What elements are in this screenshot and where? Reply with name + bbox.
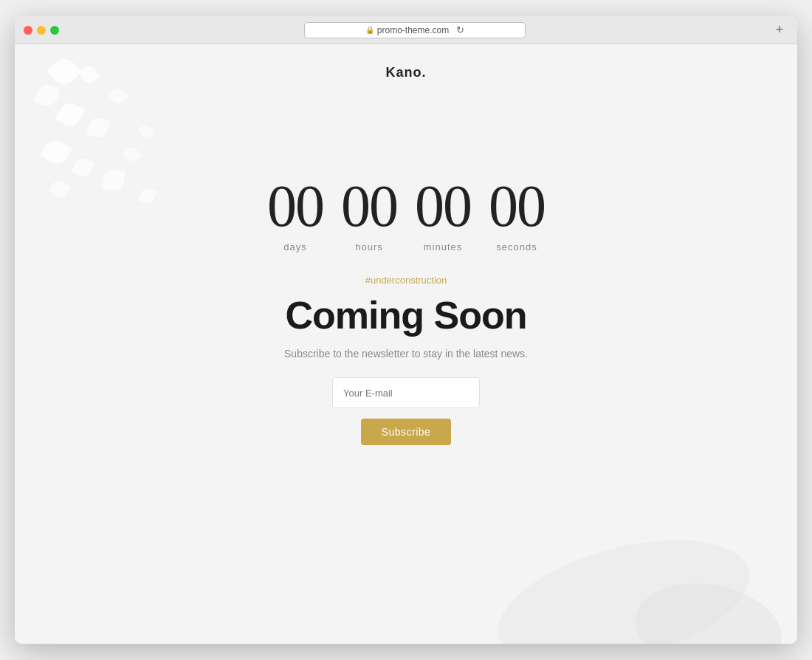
- minutes-value: 00: [415, 176, 471, 236]
- close-button[interactable]: [24, 26, 32, 35]
- days-label: days: [283, 241, 306, 252]
- bottom-decoration: [15, 511, 797, 644]
- maximize-button[interactable]: [50, 26, 59, 35]
- lock-icon: 🔒: [365, 26, 374, 34]
- address-bar-container: 🔒 promo-theme.com ↻: [93, 22, 737, 38]
- minutes-label: minutes: [424, 241, 463, 252]
- bottom-shape-1: [485, 516, 763, 644]
- hours-value: 00: [341, 176, 397, 236]
- hashtag-text: #underconstruction: [365, 275, 447, 286]
- days-value: 00: [267, 176, 323, 236]
- browser-window: 🔒 promo-theme.com ↻ + Kano.: [15, 16, 797, 644]
- subtitle-text: Subscribe to the newsletter to stay in t…: [284, 348, 528, 360]
- url-text: promo-theme.com: [377, 25, 449, 35]
- coming-soon-heading: Coming Soon: [286, 293, 527, 337]
- reload-button[interactable]: ↻: [456, 24, 464, 35]
- seconds-label: seconds: [496, 241, 537, 252]
- countdown-minutes: 00 minutes: [415, 176, 471, 252]
- subscribe-button[interactable]: Subscribe: [361, 419, 452, 445]
- minimize-button[interactable]: [37, 26, 46, 35]
- logo: Kano.: [385, 65, 426, 80]
- new-tab-button[interactable]: +: [771, 21, 788, 39]
- countdown-seconds: 00 seconds: [489, 176, 545, 252]
- address-input[interactable]: 🔒 promo-theme.com ↻: [304, 22, 526, 38]
- seconds-value: 00: [489, 176, 545, 236]
- hours-label: hours: [355, 241, 383, 252]
- browser-toolbar: 🔒 promo-theme.com ↻ +: [15, 16, 797, 44]
- countdown-hours: 00 hours: [341, 176, 397, 252]
- petals-decoration: [15, 44, 221, 207]
- page-content: Kano. 00 days 00 hours 00 minutes 00 sec…: [15, 44, 797, 644]
- bottom-shape-2: [628, 573, 789, 644]
- countdown-days: 00 days: [267, 176, 323, 252]
- email-input[interactable]: [332, 377, 480, 408]
- email-form: Subscribe: [332, 377, 480, 445]
- countdown-section: 00 days 00 hours 00 minutes 00 seconds: [267, 176, 545, 252]
